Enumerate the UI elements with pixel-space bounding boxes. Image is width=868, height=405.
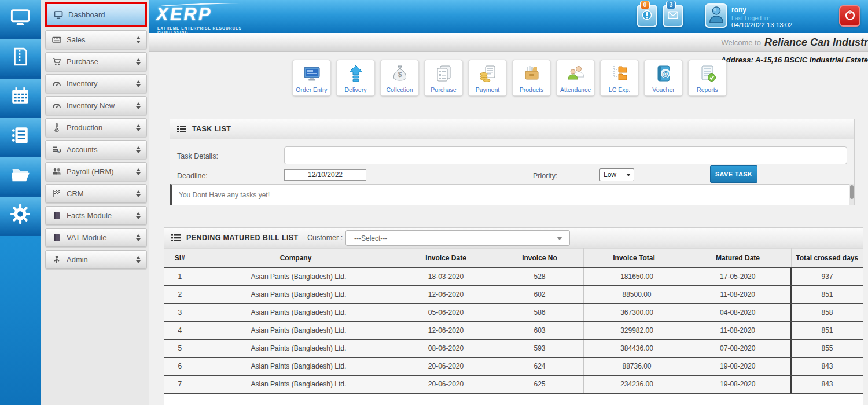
expand-arrows-icon xyxy=(136,102,141,109)
sidebar-item-sales[interactable]: Sales xyxy=(45,30,147,49)
messages-button[interactable]: 3 xyxy=(663,5,683,27)
priority-value: Low xyxy=(604,171,616,179)
welcome-bar: Welcome to Reliance Can Industr xyxy=(149,33,868,52)
cell-invoice-total: 88500.00 xyxy=(583,286,685,304)
sidebar-item-label: Inventory New xyxy=(67,101,115,110)
cell-invoice-date: 20-06-2020 xyxy=(396,375,496,393)
shortcut-collection[interactable]: $ Collection xyxy=(380,60,419,96)
sidebar-item-label: Payroll (HRM) xyxy=(67,167,114,176)
sidebar-item-accounts[interactable]: $ Accounts xyxy=(45,140,147,159)
cell-invoice-total: 384436.00 xyxy=(583,340,685,358)
checkered-flag-icon xyxy=(52,189,61,198)
sidebar-item-label: Purchase xyxy=(67,57,98,66)
shortcut-label: Order Entry xyxy=(296,86,327,93)
logout-button[interactable] xyxy=(839,5,860,27)
sidebar-item-label: Sales xyxy=(67,35,86,44)
rail-dashboard-button[interactable] xyxy=(0,0,41,37)
col-invoice-date: Invoice Date xyxy=(396,249,496,268)
drawer-icon xyxy=(523,64,541,86)
rail-settings-button[interactable] xyxy=(0,197,41,234)
shortcut-products[interactable]: Products xyxy=(512,60,551,96)
shortcut-label: Purchase xyxy=(431,86,456,93)
panel-title: PENDING MATURED BILL LIST xyxy=(186,234,299,242)
documents-icon xyxy=(435,64,453,86)
sidebar-item-dashboard[interactable]: Dashboard xyxy=(45,2,147,27)
sidebar-item-purchase[interactable]: Purchase xyxy=(45,52,147,71)
panel-title: TASK LIST xyxy=(192,125,231,133)
shortcut-order-entry[interactable]: Order Entry xyxy=(292,60,331,96)
shortcut-purchase[interactable]: Purchase xyxy=(424,60,463,96)
sidebar-item-production[interactable]: Production xyxy=(45,118,147,137)
svg-text:@: @ xyxy=(661,69,669,78)
person-icon xyxy=(52,255,61,264)
cell-sl: 5 xyxy=(164,340,196,358)
priority-select[interactable]: Low xyxy=(599,168,634,181)
expand-arrows-icon xyxy=(136,256,141,263)
empty-tasks-message: You Dont Have any tasks yet! xyxy=(170,184,854,205)
expand-arrows-icon xyxy=(136,146,141,153)
folder-icon xyxy=(10,164,31,187)
cell-matured-date: 07-08-2020 xyxy=(685,340,791,358)
coins-document-icon xyxy=(479,64,497,86)
sidebar-item-inventory-new[interactable]: Inventory New xyxy=(45,96,147,115)
table-row: 7Asian Paints (Bangladesh) Ltd.20-06-202… xyxy=(164,375,863,393)
cell-matured-date: 11-08-2020 xyxy=(685,322,791,340)
shortcut-voucher[interactable]: @ Voucher xyxy=(644,60,683,96)
task-details-input[interactable] xyxy=(284,146,847,164)
shortcut-payment[interactable]: Payment xyxy=(468,60,507,96)
cell-invoice-date: 18-03-2020 xyxy=(396,268,496,286)
notes-icon xyxy=(10,47,30,69)
sidebar-item-crm[interactable]: CRM xyxy=(45,184,147,203)
rail-filler xyxy=(0,236,41,405)
cell-invoice-total: 181650.00 xyxy=(583,268,685,286)
bill-list-header: PENDING MATURED BILL LIST Customer : ---… xyxy=(164,228,863,248)
customer-select[interactable]: ---Select--- xyxy=(345,230,570,246)
coins-icon: $ xyxy=(52,145,61,154)
sidebar-item-facts-module[interactable]: Facts Module xyxy=(45,206,147,225)
cell-matured-date: 19-08-2020 xyxy=(685,375,791,393)
sidebar-item-inventory[interactable]: Inventory xyxy=(45,74,147,93)
bill-table: Sl# Company Invoice Date Invoice No Invo… xyxy=(164,248,863,394)
rail-notes-button[interactable] xyxy=(0,39,41,76)
deadline-input[interactable] xyxy=(284,169,366,181)
sidebar-item-label: Admin xyxy=(67,255,88,264)
cell-matured-date: 11-08-2020 xyxy=(685,286,791,304)
gear-icon xyxy=(9,203,31,227)
customer-label: Customer : xyxy=(307,228,343,248)
shortcut-label: Delivery xyxy=(345,86,367,93)
company-name: Reliance Can Industr xyxy=(764,36,868,49)
save-task-button[interactable]: SAVE TASK xyxy=(710,165,757,183)
sidebar-item-admin[interactable]: Admin xyxy=(45,250,147,269)
cell-crossed-days: 851 xyxy=(791,322,863,340)
cell-company: Asian Paints (Bangladesh) Ltd. xyxy=(196,358,396,375)
user-name: rony xyxy=(731,6,793,14)
rail-calendar-button[interactable] xyxy=(0,79,41,116)
monitor-icon xyxy=(303,64,321,86)
shortcut-lc-exp[interactable]: LC Exp. xyxy=(600,60,639,96)
list-icon xyxy=(177,125,186,133)
user-avatar-button[interactable] xyxy=(705,3,727,28)
sidebar-item-vat-module[interactable]: VAT Module xyxy=(45,228,147,247)
cell-invoice-no: 624 xyxy=(496,358,583,375)
shortcut-label: Voucher xyxy=(652,86,675,93)
cell-crossed-days: 858 xyxy=(791,304,863,322)
cell-sl: 3 xyxy=(164,304,196,322)
shortcut-reports[interactable]: Reports xyxy=(688,60,727,96)
monitor-icon xyxy=(54,10,63,19)
scrollbar-thumb[interactable] xyxy=(850,185,854,199)
alerts-button[interactable]: 0 xyxy=(637,5,657,27)
col-invoice-no: Invoice No xyxy=(496,249,583,268)
rail-journal-button[interactable] xyxy=(0,118,41,155)
book-icon xyxy=(52,233,61,242)
shortcut-attendance[interactable]: Attendance xyxy=(556,60,595,96)
rail-folder-button[interactable] xyxy=(0,157,41,194)
calendar-icon xyxy=(10,86,30,108)
table-row: 1Asian Paints (Bangladesh) Ltd.18-03-202… xyxy=(164,268,863,286)
cell-company: Asian Paints (Bangladesh) Ltd. xyxy=(196,322,396,340)
chevron-down-icon xyxy=(557,237,562,240)
sidebar-item-payroll[interactable]: Payroll (HRM) xyxy=(45,162,147,181)
table-row: 3Asian Paints (Bangladesh) Ltd.05-06-202… xyxy=(164,304,863,322)
gauge-icon xyxy=(52,101,61,111)
cell-crossed-days: 843 xyxy=(791,358,863,375)
shortcut-delivery[interactable]: Delivery xyxy=(336,60,375,96)
